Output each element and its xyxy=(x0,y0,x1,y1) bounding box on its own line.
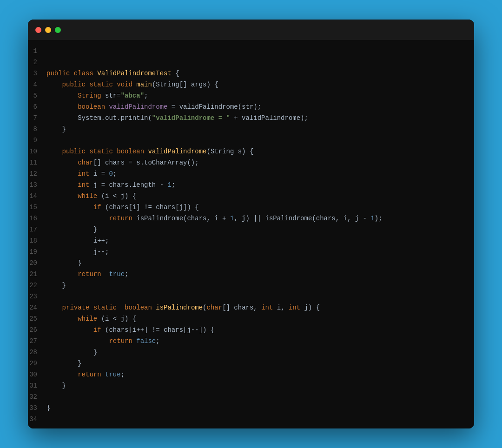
close-button[interactable] xyxy=(35,27,41,33)
line-26: 26 if (chars[i++] != chars[j--]) { xyxy=(28,326,474,337)
line-2: 2 xyxy=(28,59,474,70)
line-30: 30 return true; xyxy=(28,371,474,382)
line-18: 18 i++; xyxy=(28,237,474,248)
line-17: 17 } xyxy=(28,226,474,237)
line-4: 4 public static void main(String[] args)… xyxy=(28,81,474,92)
line-25: 25 while (i < j) { xyxy=(28,315,474,326)
line-13: 13 int j = chars.length - 1; xyxy=(28,181,474,192)
line-16: 16 return isPalindrome(chars, i + 1, j) … xyxy=(28,215,474,226)
line-8: 8 } xyxy=(28,125,474,137)
line-9: 9 xyxy=(28,137,474,148)
line-21: 21 return true; xyxy=(28,270,474,282)
line-22: 22 } xyxy=(28,282,474,293)
line-24: 24 private static boolean isPalindrome(c… xyxy=(28,304,474,315)
line-31: 31 } xyxy=(28,382,474,393)
line-27: 27 return false; xyxy=(28,337,474,349)
line-1: 1 xyxy=(28,47,474,59)
editor-window: 1 2 3 public class ValidPalindromeTest {… xyxy=(28,20,474,428)
line-28: 28 } xyxy=(28,349,474,360)
minimize-button[interactable] xyxy=(45,27,51,33)
line-5: 5 String str="abca"; xyxy=(28,92,474,103)
titlebar xyxy=(28,20,474,40)
line-7: 7 System.out.println("validPalindrome = … xyxy=(28,114,474,125)
line-34: 34 xyxy=(28,415,474,427)
maximize-button[interactable] xyxy=(55,27,61,33)
line-3: 3 public class ValidPalindromeTest { xyxy=(28,70,474,81)
line-11: 11 char[] chars = s.toCharArray(); xyxy=(28,159,474,170)
line-29: 29 } xyxy=(28,360,474,371)
line-6: 6 boolean validPalindrome = validPalindr… xyxy=(28,103,474,114)
line-14: 14 while (i < j) { xyxy=(28,192,474,204)
code-editor[interactable]: 1 2 3 public class ValidPalindromeTest {… xyxy=(28,40,474,428)
line-32: 32 xyxy=(28,393,474,404)
line-20: 20 } xyxy=(28,259,474,270)
line-12: 12 int i = 0; xyxy=(28,170,474,181)
line-33: 33 } xyxy=(28,404,474,415)
line-23: 23 xyxy=(28,293,474,304)
line-19: 19 j--; xyxy=(28,248,474,259)
line-15: 15 if (chars[i] != chars[j]) { xyxy=(28,204,474,215)
line-10: 10 public static boolean validPalindrome… xyxy=(28,148,474,159)
